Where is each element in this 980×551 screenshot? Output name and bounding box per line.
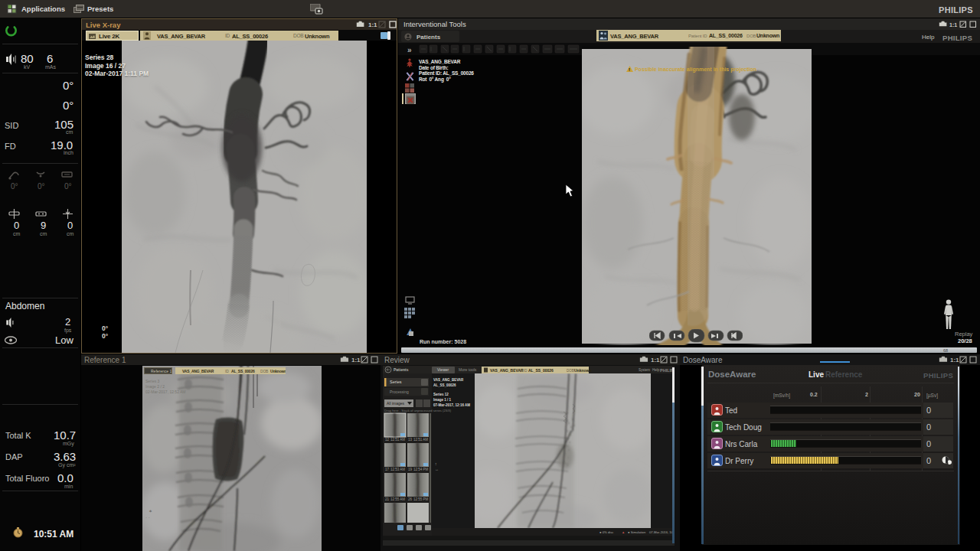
svg-text:1:1: 1:1 [368,21,377,28]
svg-text:12:51 AM: 12:51 AM [413,438,428,442]
svg-text:✶: ✶ [149,509,152,514]
svg-text:02-Mar-2017, 12:52 AM: 02-Mar-2017, 12:52 AM [145,390,186,394]
svg-text:1:1: 1:1 [949,22,957,28]
svg-text:Image 1 / 1: Image 1 / 1 [433,398,452,402]
svg-text:● 0% disc: ● 0% disc [599,530,613,534]
svg-text:· ·: · · [145,515,150,520]
svg-text:26: 26 [408,497,413,501]
svg-text:07-Mar-2016, 10:51 AM: 07-Mar-2016, 10:51 AM [649,530,675,534]
svg-text:System: System [639,368,650,372]
svg-text:DOB: DOB [567,369,574,373]
svg-text:12:53 AM: 12:53 AM [390,468,405,471]
svg-text:Viewer: Viewer [437,367,449,372]
svg-text:!: ! [629,67,630,72]
svg-text:More tools: More tools [459,367,477,372]
svg-text:1:1: 1:1 [651,357,660,364]
svg-text:AL_SS_00026: AL_SS_00026 [433,383,456,387]
svg-text:07-Mar-2017, 12:16 AM: 07-Mar-2017, 12:16 AM [433,403,470,407]
svg-text:Image 2 / 2: Image 2 / 2 [145,384,165,389]
svg-text:12:55 PM: 12:55 PM [413,497,429,501]
svg-text:17: 17 [385,468,390,471]
svg-text:ID: ID [524,369,528,373]
svg-text:VAS_ANG_BEVAR: VAS_ANG_BEVAR [490,368,524,373]
svg-text:Patients: Patients [394,367,409,372]
svg-text:Unknown: Unknown [574,368,592,373]
svg-text:Series 3: Series 3 [145,379,160,383]
svg-text:12:55 AM: 12:55 AM [390,497,405,501]
svg-text:Drag here - Stack of unprocess: Drag here - Stack of unprocessed series … [384,409,452,412]
svg-text:19: 19 [408,468,413,471]
svg-text:Series 12: Series 12 [433,393,449,396]
svg-text:12: 12 [385,438,390,442]
svg-text:● Simulation: ● Simulation [628,530,646,534]
svg-text:Series: Series [390,380,402,384]
svg-text:Help: Help [652,368,660,372]
svg-text:12:51 AM: 12:51 AM [390,438,405,442]
svg-text:21: 21 [385,497,390,501]
svg-text:All images: All images [387,401,405,406]
svg-text:▲: ▲ [622,530,625,534]
svg-text:↔: ↔ [435,467,439,471]
svg-text:VAS_ANG_BEVAR: VAS_ANG_BEVAR [433,378,464,382]
svg-text:12:54 PM: 12:54 PM [413,468,429,471]
svg-text:1:1: 1:1 [351,357,361,364]
svg-text:AL_SS_00026: AL_SS_00026 [528,368,554,373]
svg-text:1:1: 1:1 [950,357,959,364]
svg-text:Processing: Processing [390,390,409,394]
svg-text:13: 13 [408,438,413,442]
svg-text:↕: ↕ [435,461,437,466]
